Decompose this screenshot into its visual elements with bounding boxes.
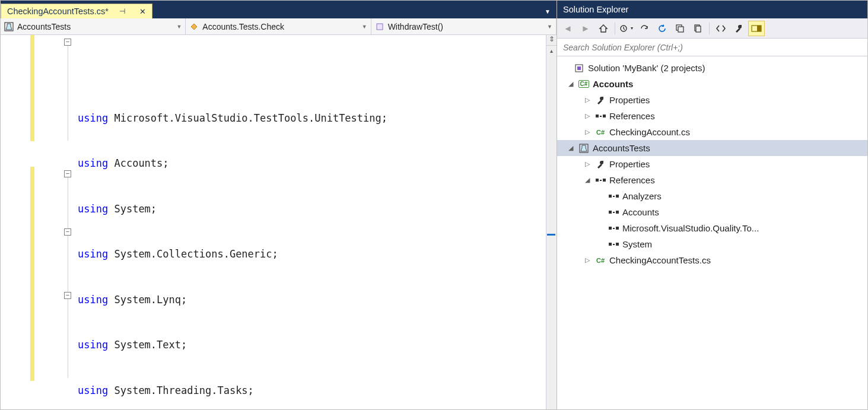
file-label: CheckingAccount.cs (609, 127, 690, 137)
scroll-up-arrow-icon[interactable]: ▴ (546, 46, 557, 56)
back-button[interactable]: ◄ (559, 21, 576, 36)
svg-rect-4 (678, 27, 683, 32)
properties-label: Properties (609, 159, 650, 169)
nav-type-text: Accounts.Tests.Check (202, 22, 284, 31)
tree-collapse-icon[interactable]: ◢ (583, 176, 592, 184)
document-tabs-bar: CheckingAccountTests.cs* ⊣ ✕ ▼ (1, 1, 557, 18)
reference-label: Accounts (622, 207, 659, 217)
references-icon (595, 175, 606, 186)
class-icon (189, 22, 199, 31)
view-code-button[interactable] (713, 21, 729, 36)
tree-expand-icon[interactable]: ▷ (583, 256, 592, 264)
csharp-project-icon: C# (578, 79, 589, 90)
reference-label: Analyzers (622, 191, 662, 201)
test-project-icon (578, 143, 589, 154)
nav-member-text: WithdrawTest() (388, 22, 443, 31)
scrollbar-marker (547, 234, 555, 236)
home-button[interactable] (595, 21, 612, 36)
nav-type-dropdown[interactable]: Accounts.Tests.Check ▼ (186, 18, 371, 34)
references-label: References (609, 111, 655, 121)
reference-item-icon (608, 239, 619, 250)
properties-label: Properties (609, 95, 650, 105)
tree-collapse-icon[interactable]: ◢ (567, 80, 575, 88)
references-node[interactable]: ▷ References (557, 108, 867, 124)
svg-rect-6 (696, 26, 701, 32)
reference-item-icon (608, 207, 619, 218)
properties-button[interactable] (730, 21, 747, 36)
file-label: CheckingAccountTests.cs (609, 255, 711, 265)
vertical-scrollbar[interactable]: ⇕ ▴ (546, 35, 557, 409)
toolbar-separator (709, 23, 710, 34)
solution-tree[interactable]: Solution 'MyBank' (2 projects) ◢ C# Acco… (557, 56, 867, 409)
close-tab-icon[interactable]: ✕ (136, 7, 150, 16)
nav-scope-text: AccountsTests (17, 22, 71, 31)
tab-overflow-button[interactable]: ▼ (539, 8, 557, 18)
tree-expand-icon[interactable]: ▷ (583, 112, 592, 120)
pin-tab-icon[interactable]: ⊣ (117, 7, 128, 15)
code-editor-body[interactable]: − − − − using Microsoft.VisualStudio.Tes… (1, 35, 557, 409)
csharp-file-icon: C# (595, 255, 606, 266)
document-tab[interactable]: CheckingAccountTests.cs* ⊣ ✕ (1, 4, 152, 18)
solution-explorer-search-input[interactable] (557, 39, 867, 56)
test-project-icon (4, 22, 14, 31)
preview-selected-items-button[interactable] (748, 21, 765, 36)
file-node-checkingaccount[interactable]: ▷ C# CheckingAccount.cs (557, 124, 867, 140)
refresh-button[interactable] (654, 21, 670, 36)
properties-node[interactable]: ▷ Properties (557, 156, 867, 172)
tree-expand-icon[interactable]: ▷ (583, 128, 592, 136)
project-node-accountstests[interactable]: ◢ AccountsTests (557, 140, 867, 156)
nav-scope-dropdown[interactable]: AccountsTests ▼ (1, 18, 186, 34)
tree-expand-icon[interactable]: ▷ (583, 160, 592, 168)
reference-item-msvs-quality[interactable]: Microsoft.VisualStudio.Quality.To... (557, 220, 867, 236)
reference-item-icon (608, 223, 619, 234)
properties-icon (595, 159, 606, 170)
split-view-icon[interactable]: ⇕ (546, 35, 557, 46)
solution-explorer-title: Solution Explorer (557, 1, 867, 18)
solution-icon (574, 63, 584, 74)
solution-node[interactable]: Solution 'MyBank' (2 projects) (557, 60, 867, 76)
chevron-down-icon: ▼ (547, 24, 552, 30)
properties-icon (595, 95, 606, 106)
references-label: References (609, 175, 655, 185)
collapse-all-button[interactable] (672, 21, 688, 36)
solution-label: Solution 'MyBank' (2 projects) (588, 63, 705, 73)
solution-explorer-toolbar: ◄ ► ▾ (557, 18, 867, 39)
solution-explorer-panel: Solution Explorer ◄ ► ▾ (557, 0, 868, 410)
reference-item-accounts[interactable]: Accounts (557, 204, 867, 220)
project-label: Accounts (593, 79, 633, 89)
sync-button[interactable] (636, 21, 653, 36)
references-icon (595, 111, 606, 122)
project-label: AccountsTests (593, 143, 650, 153)
csharp-file-icon: C# (595, 127, 606, 138)
file-node-checkingaccounttests[interactable]: ▷ C# CheckingAccountTests.cs (557, 252, 867, 268)
solution-explorer-title-text: Solution Explorer (563, 5, 628, 14)
reference-item-system[interactable]: System (557, 236, 867, 252)
reference-label: System (622, 239, 652, 249)
properties-node[interactable]: ▷ Properties (557, 92, 867, 108)
svg-rect-10 (577, 66, 581, 70)
forward-button[interactable]: ► (577, 21, 594, 36)
chevron-down-icon: ▼ (176, 24, 182, 30)
project-node-accounts[interactable]: ◢ C# Accounts (557, 76, 867, 92)
solution-explorer-search[interactable] (557, 39, 867, 56)
method-icon (375, 22, 384, 31)
document-tab-filename: CheckingAccountTests.cs* (7, 7, 109, 16)
code-editor-panel: CheckingAccountTests.cs* ⊣ ✕ ▼ AccountsT… (0, 0, 557, 410)
svg-rect-1 (377, 24, 383, 30)
show-all-files-button[interactable] (689, 21, 706, 36)
tree-expand-icon[interactable]: ▷ (583, 96, 592, 104)
reference-item-icon (608, 191, 619, 202)
svg-rect-8 (757, 26, 761, 31)
code-text-area[interactable]: using Microsoft.VisualStudio.TestTools.U… (1, 35, 546, 409)
reference-item-analyzers[interactable]: Analyzers (557, 188, 867, 204)
toolbar-separator (615, 23, 615, 34)
pending-changes-filter-button[interactable]: ▾ (618, 21, 635, 36)
tree-collapse-icon[interactable]: ◢ (567, 144, 575, 152)
reference-label: Microsoft.VisualStudio.Quality.To... (622, 223, 759, 233)
chevron-down-icon: ▼ (362, 24, 367, 30)
nav-member-dropdown[interactable]: WithdrawTest() ▼ (371, 18, 557, 34)
navigation-bar: AccountsTests ▼ Accounts.Tests.Check ▼ W… (1, 18, 557, 35)
references-node[interactable]: ◢ References (557, 172, 867, 188)
